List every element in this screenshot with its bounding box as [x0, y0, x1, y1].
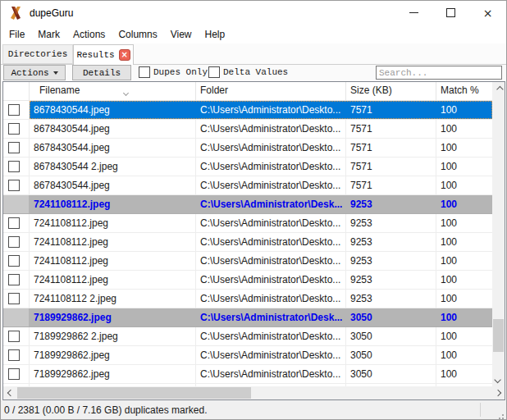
size-cell: 9253 — [346, 195, 436, 213]
row-data: 7241108112.jpegC:\Users\Administrator\De… — [30, 271, 492, 289]
table-row[interactable]: 7241108112.jpegC:\Users\Administrator\De… — [3, 252, 492, 271]
scroll-down-button[interactable] — [492, 372, 505, 386]
table-row[interactable]: 8678430544.jpegC:\Users\Administrator\De… — [3, 139, 492, 158]
folder-cell: C:\Users\Administrator\Deskto... — [196, 139, 346, 157]
folder-cell: C:\Users\Administrator\Deskto... — [196, 365, 346, 383]
vertical-scrollbar-thumb[interactable] — [493, 319, 504, 352]
table-row[interactable]: 7241108112.jpegC:\Users\Administrator\De… — [3, 233, 492, 252]
menu-view[interactable]: View — [164, 26, 199, 43]
tab-bar: Directories Results × — [1, 43, 506, 65]
horizontal-scrollbar[interactable] — [3, 386, 505, 399]
table-row[interactable]: 8678430544.jpegC:\Users\Administrator\De… — [3, 120, 492, 139]
row-data: 7189929862.jpegC:\Users\Administrator\De… — [30, 308, 492, 326]
table-row[interactable]: 7241108112 2.jpegC:\Users\Administrator\… — [3, 290, 492, 308]
tab-directories[interactable]: Directories — [2, 44, 73, 64]
match-cell: 100 — [436, 252, 492, 270]
table-row[interactable]: 7189929862.jpegC:\Users\Administrator\De… — [3, 365, 492, 384]
match-cell: 100 — [436, 308, 492, 326]
table-row[interactable]: 8678430544.jpegC:\Users\Administrator\De… — [3, 101, 492, 120]
row-checkbox[interactable] — [8, 236, 20, 248]
folder-cell: C:\Users\Administrator\Deskto... — [196, 158, 346, 176]
menu-columns[interactable]: Columns — [112, 26, 163, 43]
header-filename[interactable]: Filename — [30, 82, 196, 100]
folder-cell: C:\Users\Administrator\Deskto... — [196, 176, 346, 194]
size-cell: 3050 — [346, 365, 436, 383]
minimize-button[interactable] — [395, 1, 432, 25]
match-cell: 100 — [436, 327, 492, 345]
scroll-up-button[interactable] — [492, 82, 505, 96]
checkbox-cell — [3, 346, 30, 364]
menu-help[interactable]: Help — [199, 26, 232, 43]
row-checkbox[interactable] — [8, 274, 20, 285]
header-checkbox-column[interactable] — [3, 82, 30, 100]
match-cell: 100 — [436, 233, 492, 251]
dupes-only-label: Dupes Only — [153, 67, 208, 77]
tab-results[interactable]: Results × — [73, 44, 134, 65]
header-folder[interactable]: Folder — [196, 82, 346, 100]
row-checkbox[interactable] — [8, 180, 20, 191]
size-cell: 7571 — [346, 158, 436, 176]
table-row[interactable]: 8678430544.jpegC:\Users\Administrator\De… — [3, 176, 492, 195]
row-checkbox[interactable] — [8, 161, 20, 172]
header-folder-label: Folder — [200, 84, 228, 96]
status-text: 0 / 2381 (0.00 B / 7.16 GB) duplicates m… — [1, 404, 207, 416]
row-checkbox[interactable] — [8, 217, 20, 229]
delta-values-checkbox[interactable] — [208, 66, 220, 78]
row-checkbox[interactable] — [8, 104, 20, 116]
menu-actions[interactable]: Actions — [66, 26, 112, 43]
row-checkbox[interactable] — [8, 142, 20, 153]
menu-file[interactable]: File — [2, 26, 31, 43]
close-button[interactable]: × — [469, 1, 506, 25]
header-size-label: Size (KB) — [350, 84, 392, 96]
filename-cell: 8678430544.jpeg — [30, 139, 196, 157]
row-checkbox[interactable] — [8, 349, 20, 361]
table-row[interactable]: 8678430544 2.jpegC:\Users\Administrator\… — [3, 158, 492, 176]
sort-indicator-icon — [124, 84, 128, 100]
row-checkbox[interactable] — [8, 293, 20, 304]
checkbox-cell — [3, 252, 30, 270]
actions-button[interactable]: Actions — [3, 65, 66, 80]
delta-values-label: Delta Values — [223, 67, 288, 77]
dupes-only-checkbox[interactable] — [139, 66, 150, 78]
chevron-left-icon — [7, 390, 13, 396]
folder-cell: C:\Users\Administrator\Deskto... — [196, 233, 346, 251]
size-cell: 9253 — [346, 214, 436, 232]
size-cell: 9253 — [346, 290, 436, 308]
delta-values-checkbox-group: Delta Values — [208, 66, 288, 78]
row-checkbox[interactable] — [8, 255, 20, 267]
folder-cell: C:\Users\Administrator\Desk... — [196, 195, 346, 213]
folder-cell: C:\Users\Administrator\Deskto... — [196, 214, 346, 232]
table-row[interactable]: 7241108112.jpegC:\Users\Administrator\De… — [3, 271, 492, 290]
filename-cell: 7241108112.jpeg — [30, 252, 196, 270]
checkbox-cell — [3, 271, 30, 289]
search-input[interactable] — [376, 66, 502, 80]
horizontal-scrollbar-thumb[interactable] — [17, 387, 251, 399]
folder-cell: C:\Users\Administrator\Deskto... — [196, 327, 346, 345]
checkbox-cell — [3, 327, 30, 345]
group-header-row[interactable]: 7241108112.jpegC:\Users\Administrator\De… — [3, 195, 492, 214]
header-size[interactable]: Size (KB) — [346, 82, 436, 100]
scroll-right-button[interactable] — [491, 386, 505, 399]
maximize-button[interactable] — [432, 1, 469, 25]
dupeguru-app-icon — [8, 6, 23, 21]
row-checkbox[interactable] — [8, 123, 20, 135]
table-row[interactable]: 7189929862 2.jpegC:\Users\Administrator\… — [3, 327, 492, 346]
window-controls: × — [395, 1, 506, 25]
details-button[interactable]: Details — [72, 65, 131, 80]
minimize-icon — [409, 12, 418, 13]
table-row[interactable]: 7241108112.jpegC:\Users\Administrator\De… — [3, 214, 492, 233]
menu-mark[interactable]: Mark — [31, 26, 66, 43]
tab-close-icon[interactable]: × — [119, 49, 130, 61]
row-data: 7241108112.jpegC:\Users\Administrator\De… — [30, 252, 492, 270]
scroll-left-button[interactable] — [3, 386, 17, 399]
vertical-scrollbar[interactable] — [492, 82, 505, 386]
row-checkbox[interactable] — [8, 368, 20, 380]
checkbox-cell — [3, 290, 30, 308]
resize-grip[interactable] — [502, 414, 504, 416]
header-match[interactable]: Match % — [436, 82, 492, 100]
group-header-row[interactable]: 7189929862.jpegC:\Users\Administrator\De… — [3, 308, 492, 327]
row-checkbox[interactable] — [8, 331, 20, 342]
filename-cell: 7241108112.jpeg — [30, 271, 196, 289]
checkbox-cell — [3, 308, 30, 326]
table-row[interactable]: 7189929862.jpegC:\Users\Administrator\De… — [3, 346, 492, 365]
